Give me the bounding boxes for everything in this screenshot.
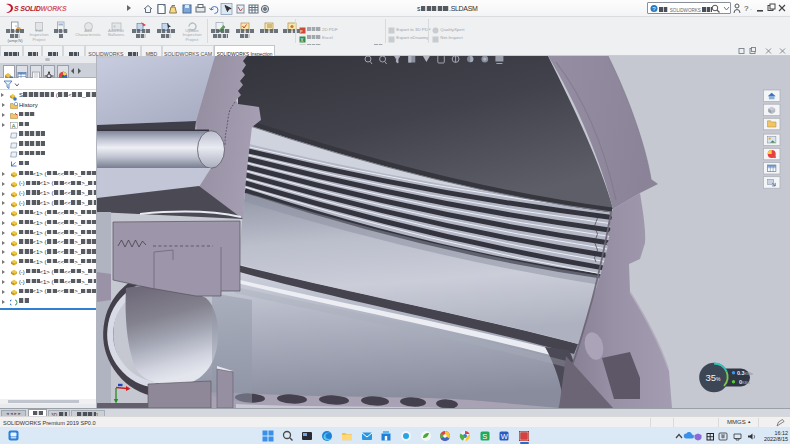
svg-text:·: ·	[750, 6, 752, 12]
svg-text:A: A	[12, 123, 16, 129]
svg-text:W: W	[501, 432, 509, 441]
svg-text:?: ?	[744, 4, 749, 13]
svg-text:S SOLIDWORKS: S SOLIDWORKS	[14, 5, 67, 12]
svg-text:S: S	[482, 432, 487, 441]
